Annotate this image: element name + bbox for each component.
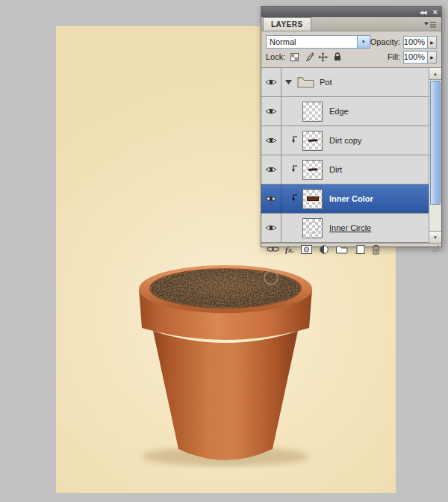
eye-icon bbox=[265, 137, 277, 144]
layer-name: Pot bbox=[320, 78, 332, 87]
lock-all-button[interactable] bbox=[332, 52, 343, 63]
panel-resize-grip[interactable] bbox=[432, 244, 440, 253]
thumbnail-content bbox=[307, 222, 319, 234]
panel-menu-button[interactable] bbox=[423, 20, 438, 29]
delete-layer-button[interactable] bbox=[371, 244, 381, 255]
panel-menu-icon bbox=[424, 21, 436, 28]
move-icon bbox=[318, 52, 328, 62]
fill-input[interactable]: 100% bbox=[403, 51, 428, 63]
panel-controls: Normal ▼ Opacity: 100% ▶ Lock: bbox=[261, 31, 441, 68]
chevron-down-icon[interactable]: ▼ bbox=[357, 36, 370, 48]
layer-name: Edge bbox=[329, 107, 349, 116]
eye-icon bbox=[265, 195, 277, 202]
layer-row-edge[interactable]: Edge bbox=[261, 97, 429, 126]
layer-list: Pot Edge bbox=[261, 68, 441, 244]
scroll-up-button[interactable]: ▲ bbox=[429, 68, 441, 80]
lock-icon bbox=[334, 52, 341, 61]
layer-row-dirt-copy[interactable]: Dirt copy bbox=[261, 126, 429, 155]
clipping-mask-arrow-icon bbox=[291, 136, 298, 143]
panel-tab-bar: LAYERS bbox=[261, 17, 441, 31]
layer-name: Inner Circle bbox=[329, 223, 371, 232]
layer-list-scrollbar[interactable]: ▲ ▼ bbox=[429, 68, 441, 243]
panel-titlebar: ◀◀ × bbox=[261, 7, 441, 17]
desktop: ◀◀ × LAYERS Normal ▼ bbox=[0, 0, 448, 502]
trash-icon bbox=[371, 244, 381, 255]
thumbnail-content bbox=[308, 139, 317, 142]
layer-row-inner-color[interactable]: Inner Color bbox=[261, 185, 429, 214]
layer-mask-icon bbox=[300, 244, 313, 255]
opacity-label: Opacity: bbox=[370, 37, 400, 46]
collapse-to-icons-button[interactable]: ◀◀ bbox=[420, 10, 426, 15]
layer-thumbnail[interactable] bbox=[302, 131, 323, 151]
eye-icon bbox=[265, 224, 277, 232]
adjustment-layer-button[interactable] bbox=[319, 244, 329, 255]
lock-label: Lock: bbox=[266, 52, 285, 61]
layer-thumbnail[interactable] bbox=[302, 218, 323, 238]
opacity-slider-arrow[interactable]: ▶ bbox=[428, 36, 437, 49]
blend-mode-value: Normal bbox=[270, 37, 296, 46]
checkerboard-icon bbox=[290, 53, 299, 61]
opacity-input[interactable]: 100% bbox=[403, 36, 428, 49]
layer-row-inner-circle[interactable]: Inner Circle bbox=[261, 214, 429, 243]
add-layer-mask-button[interactable] bbox=[300, 244, 313, 255]
layer-name: Dirt bbox=[329, 165, 342, 174]
eye-icon bbox=[265, 108, 277, 115]
expand-caret-icon[interactable] bbox=[285, 80, 292, 84]
visibility-toggle[interactable] bbox=[261, 126, 281, 155]
new-group-button[interactable] bbox=[335, 244, 348, 255]
chain-link-icon bbox=[267, 245, 279, 253]
new-layer-icon bbox=[354, 244, 365, 255]
visibility-toggle[interactable] bbox=[261, 68, 281, 96]
layer-style-button[interactable]: fx. bbox=[285, 244, 294, 255]
clipping-mask-arrow-icon bbox=[291, 165, 298, 173]
scroll-down-button[interactable]: ▼ bbox=[429, 231, 441, 243]
clipping-mask-arrow-icon bbox=[291, 194, 298, 202]
lock-transparency-button[interactable] bbox=[289, 52, 300, 63]
fill-label: Fill: bbox=[388, 52, 400, 61]
visibility-toggle[interactable] bbox=[261, 155, 281, 184]
visibility-toggle[interactable] bbox=[261, 214, 281, 242]
lock-pixels-button[interactable] bbox=[303, 52, 314, 63]
layer-row-dirt[interactable]: Dirt bbox=[261, 155, 429, 185]
resize-grip-icon bbox=[432, 244, 440, 252]
thumbnail-content bbox=[307, 196, 319, 201]
layer-thumbnail[interactable] bbox=[302, 189, 323, 209]
fx-icon: fx. bbox=[285, 245, 294, 254]
close-panel-button[interactable]: × bbox=[433, 8, 438, 16]
brush-icon bbox=[305, 52, 314, 61]
layer-thumbnail[interactable] bbox=[302, 160, 323, 180]
layer-thumbnail[interactable] bbox=[302, 102, 323, 122]
lock-position-button[interactable] bbox=[317, 52, 329, 63]
blend-mode-select[interactable]: Normal ▼ bbox=[266, 35, 370, 49]
group-folder-icon bbox=[297, 76, 314, 88]
adjustment-layer-icon bbox=[319, 244, 329, 255]
scrollbar-thumb[interactable] bbox=[430, 81, 441, 205]
layer-name: Dirt copy bbox=[329, 136, 361, 145]
opacity-value: 100% bbox=[404, 37, 425, 46]
visibility-toggle[interactable] bbox=[261, 97, 281, 126]
eye-icon bbox=[265, 78, 277, 86]
layer-name: Inner Color bbox=[329, 194, 373, 203]
thumbnail-content bbox=[308, 168, 317, 171]
tab-layers[interactable]: LAYERS bbox=[263, 17, 311, 31]
link-layers-button[interactable] bbox=[267, 244, 279, 255]
fill-value: 100% bbox=[404, 52, 425, 61]
layers-panel: ◀◀ × LAYERS Normal ▼ bbox=[261, 6, 442, 247]
folder-icon bbox=[335, 244, 348, 254]
eye-icon bbox=[265, 166, 277, 173]
new-layer-button[interactable] bbox=[354, 244, 365, 255]
layer-row-pot[interactable]: Pot bbox=[261, 68, 429, 97]
panel-title: LAYERS bbox=[271, 20, 303, 28]
fill-slider-arrow[interactable]: ▶ bbox=[428, 51, 437, 63]
visibility-toggle[interactable] bbox=[261, 185, 281, 213]
panel-footer: fx. bbox=[261, 244, 441, 255]
